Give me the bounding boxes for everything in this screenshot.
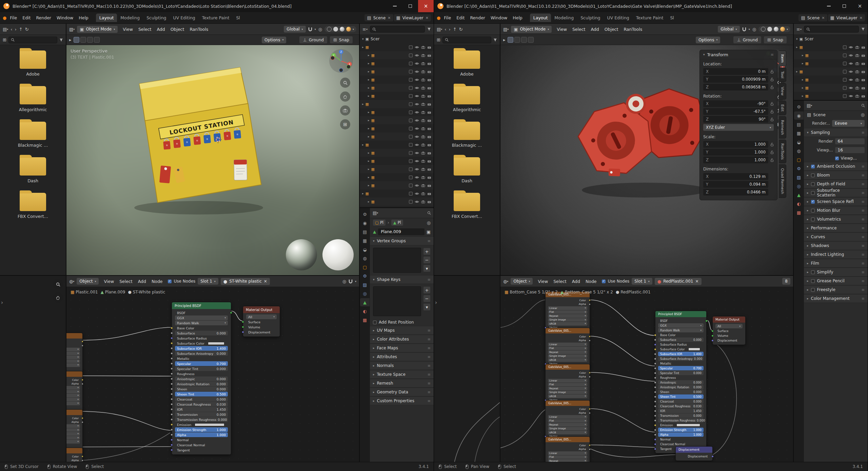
refresh-icon[interactable]: ↻ (459, 27, 463, 32)
node-socket-row[interactable]: Vector (66, 406, 80, 409)
editor-type-icon[interactable]: ≡▾ (362, 27, 368, 32)
hide-eye-icon[interactable] (415, 95, 419, 98)
pin-icon[interactable]: ◎ (861, 112, 865, 117)
node-socket-row[interactable]: Single Image (548, 427, 587, 431)
shading-options-icon[interactable]: ▾ (787, 28, 788, 31)
socket[interactable] (171, 342, 173, 345)
outliner-row[interactable]: ▸ ▦ (360, 76, 434, 84)
panel-sampling[interactable]: ▾Sampling≡ (804, 128, 868, 137)
render-panel-header[interactable]: ▸ Indirect Lighting ≡ (804, 250, 868, 259)
render-panel-header[interactable]: ▸ Performance ≡ (804, 224, 868, 232)
node-socket-row[interactable]: BSDF (175, 310, 228, 315)
node-socket-row[interactable]: Anisotropic Rotation0.000 (658, 385, 704, 389)
socket[interactable] (171, 429, 173, 431)
selectability-checkbox[interactable] (409, 143, 413, 147)
expand-icon[interactable]: ▸ (368, 159, 370, 163)
node-socket-row[interactable]: Alpha1.000 (175, 432, 228, 437)
properties-tab[interactable]: ◍ (794, 147, 804, 155)
hide-eye-icon[interactable] (415, 151, 419, 155)
node-socket-row[interactable]: Anisotropic0.000 (658, 380, 704, 385)
ground-button[interactable]: ⊥Ground (299, 36, 327, 44)
render-panel-header[interactable]: ▸ Bloom ≡ (804, 171, 868, 180)
outliner-row[interactable]: ▸ ▦ (360, 67, 434, 76)
collapsed-panel-header[interactable]: ▸Texture Space≡ (370, 370, 434, 379)
mode-select[interactable]: ▣Object Mode▾ (77, 26, 118, 33)
node-socket-row[interactable]: Repeat (548, 350, 587, 354)
socket[interactable] (711, 330, 714, 332)
socket[interactable] (230, 312, 232, 314)
drag-grip-icon[interactable]: ≡ (862, 226, 865, 230)
node-socket-row[interactable]: Volume (246, 325, 277, 329)
drag-grip-icon[interactable]: ≡ (862, 200, 865, 204)
node-socket-row[interactable]: Linear (548, 415, 587, 419)
n-panel-tab[interactable]: Remesh (779, 116, 786, 139)
drag-grip-icon[interactable]: ≡ (428, 337, 431, 342)
panel-checkbox[interactable] (811, 279, 815, 283)
render-disable-icon[interactable] (427, 184, 431, 187)
socket[interactable] (654, 429, 656, 431)
snap-magnet-icon[interactable] (308, 27, 312, 32)
outliner-row[interactable]: ▸ ▦ (360, 116, 434, 124)
socket[interactable] (171, 449, 173, 451)
workspace-tab[interactable]: Layout (530, 14, 551, 22)
expand-icon[interactable]: ▸ (368, 127, 370, 130)
expand-icon[interactable]: ▸ (796, 45, 798, 49)
viewport-disable-icon[interactable] (855, 78, 859, 81)
selectability-checkbox[interactable] (409, 45, 413, 49)
render-disable-icon[interactable] (427, 70, 431, 73)
node-socket-row[interactable]: Random Walk (175, 321, 228, 325)
properties-tab[interactable]: ▦ (360, 237, 370, 245)
node-socket-row[interactable]: Transmission0.000 (658, 413, 704, 418)
node-socket-row[interactable]: Base Color (658, 333, 704, 337)
panel-checkbox[interactable] (811, 191, 815, 195)
properties-tab[interactable]: ◐ (794, 200, 804, 208)
navigation-gizmo[interactable]: X Y Z (329, 48, 354, 74)
engine-select[interactable]: Eevee▾ (832, 120, 865, 127)
transform-orientation[interactable]: Global▾ (284, 26, 305, 33)
hide-eye-icon[interactable] (849, 86, 853, 89)
node-socket-row[interactable]: Linear (548, 306, 587, 310)
render-disable-icon[interactable] (427, 135, 431, 138)
node-header[interactable] (66, 371, 82, 377)
n-panel-tab[interactable]: Item (779, 50, 786, 66)
pin-icon[interactable]: ◎ (427, 220, 431, 225)
editor-type-icon[interactable]: ▧▾ (503, 27, 509, 32)
collapsed-panel-header[interactable]: ▸Normals≡ (370, 361, 434, 370)
viewport-menu-item[interactable]: RanTools (187, 26, 211, 33)
hide-eye-icon[interactable] (415, 160, 419, 163)
transform-orientation[interactable]: Global▾ (718, 26, 739, 33)
node-socket-row[interactable]: Flat (548, 383, 587, 387)
image-texture-node[interactable]: ColorAlphaLinearFlatRepeatSingle ImagesR… (66, 448, 83, 462)
outliner-row[interactable]: ▸ ▦ (360, 92, 434, 100)
rendered-shading-icon[interactable] (346, 27, 351, 32)
render-disable-icon[interactable] (861, 54, 865, 57)
node-socket-row[interactable]: sRGB (548, 394, 587, 398)
outliner-row[interactable]: ▸ ▦ (794, 51, 868, 59)
scene-selector[interactable]: ▤Scene× (798, 14, 827, 21)
properties-tab[interactable]: ▲ (794, 191, 804, 199)
render-disable-icon[interactable] (427, 78, 431, 81)
viewlayer-selector[interactable]: ▦ViewLayer× (828, 14, 865, 21)
expand-icon[interactable]: ▸ (368, 94, 370, 98)
expand-icon[interactable]: ▸ (802, 78, 804, 81)
app-menu-icon[interactable]: ● (3, 15, 6, 20)
socket[interactable] (171, 378, 173, 380)
drag-grip-icon[interactable]: ≡ (862, 208, 865, 213)
node-socket-row[interactable]: Alpha (66, 382, 80, 386)
workspace-tab[interactable]: Modeling (117, 14, 143, 22)
viewport-disable-icon[interactable] (421, 54, 425, 57)
properties-tab[interactable]: ◐ (360, 307, 370, 315)
select-subtract-icon[interactable] (521, 37, 527, 43)
node-socket-row[interactable]: Repeat (548, 459, 587, 462)
socket[interactable] (171, 337, 173, 340)
expand-icon[interactable]: ▸ (802, 86, 804, 89)
breadcrumb-object[interactable]: ▢Pl (373, 220, 386, 226)
socket[interactable] (81, 459, 83, 462)
mode-select[interactable]: ▣Object Mode▾ (511, 26, 552, 33)
render-disable-icon[interactable] (427, 54, 431, 57)
lock-icon[interactable] (770, 78, 774, 81)
socket[interactable] (81, 345, 83, 347)
render-panel-header[interactable]: ▸ Motion Blur ≡ (804, 206, 868, 215)
menu-item[interactable]: Help (76, 14, 91, 22)
dimension-field[interactable]: X0.129 m (703, 173, 768, 180)
